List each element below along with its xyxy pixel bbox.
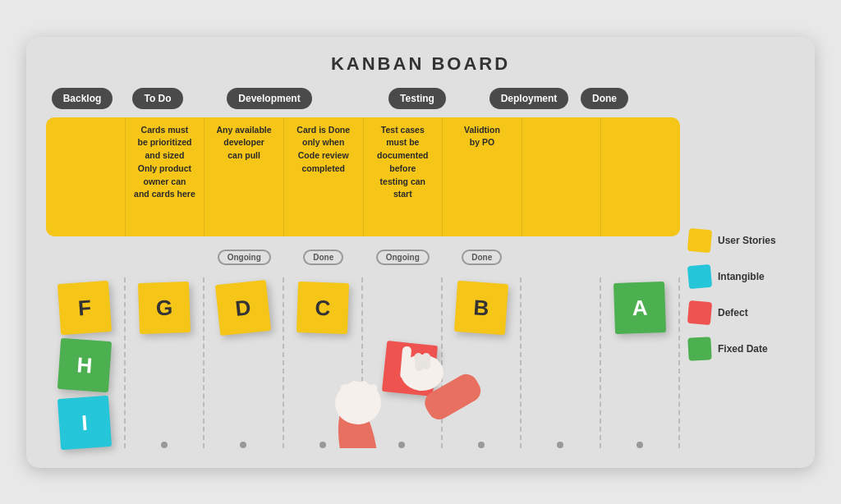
legend-dot-teal bbox=[687, 264, 712, 289]
policy-done bbox=[601, 117, 680, 236]
legend-dot-green bbox=[687, 337, 711, 360]
card-H: H bbox=[57, 337, 112, 392]
policy-test2: Validtionby PO bbox=[443, 117, 522, 236]
card-I: I bbox=[57, 395, 112, 449]
header-backlog: Backlog bbox=[52, 88, 113, 109]
cards-deployment bbox=[522, 277, 601, 448]
legend: User Stories Intangible Defect Fixed Dat… bbox=[680, 117, 795, 448]
policy-test1: Test casesmust bedocumentedbeforetesting… bbox=[364, 117, 443, 236]
cards-todo: G bbox=[126, 277, 205, 448]
card-E: E bbox=[382, 340, 438, 396]
legend-fixed-date: Fixed Date bbox=[688, 337, 795, 360]
card-F: F bbox=[57, 280, 112, 334]
header-done: Done bbox=[581, 88, 628, 109]
header-deployment: Deployment bbox=[489, 88, 569, 109]
cards-test2: B bbox=[443, 277, 522, 448]
card-C: C bbox=[296, 281, 349, 333]
sublabels-row: Ongoing Done Ongoing Done bbox=[46, 246, 680, 269]
policy-dev2: Card is Doneonly whenCode reviewcomplete… bbox=[284, 117, 364, 236]
cards-zone: F H I G D C bbox=[46, 277, 680, 448]
legend-defect: Defect bbox=[688, 301, 795, 324]
legend-dot-red bbox=[687, 300, 712, 325]
sublabel-dev2: Done bbox=[303, 250, 343, 265]
legend-dot-yellow bbox=[687, 228, 712, 253]
policy-banner: Cards mustbe prioritizedand sized Only p… bbox=[46, 117, 680, 236]
header-testing: Testing bbox=[388, 88, 446, 109]
policy-dev1: Any availabledevelopercan pull bbox=[205, 117, 284, 236]
policy-todo: Cards mustbe prioritizedand sized Only p… bbox=[126, 117, 205, 236]
legend-intangible: Intangible bbox=[688, 265, 795, 288]
cards-dev1: D bbox=[205, 277, 284, 448]
cards-done: A bbox=[601, 277, 681, 448]
header-todo: To Do bbox=[132, 88, 182, 109]
card-G: G bbox=[138, 281, 191, 333]
header-development: Development bbox=[227, 88, 311, 109]
policy-deployment bbox=[522, 117, 602, 236]
sublabel-test1: Ongoing bbox=[376, 250, 430, 265]
kanban-board: KANBAN BOARD Backlog To Do Development T… bbox=[26, 37, 815, 468]
legend-user-stories: User Stories bbox=[688, 229, 795, 252]
card-B: B bbox=[454, 280, 508, 334]
card-A: A bbox=[614, 281, 666, 333]
policy-backlog bbox=[46, 117, 126, 236]
sublabel-test2: Done bbox=[462, 250, 502, 265]
board-title: KANBAN BOARD bbox=[46, 53, 795, 75]
column-headers: Backlog To Do Development Testing Deploy… bbox=[46, 88, 795, 109]
sublabel-dev1: Ongoing bbox=[218, 250, 271, 265]
cards-backlog: F H I bbox=[46, 277, 126, 448]
cards-test1: E bbox=[363, 277, 443, 448]
card-D: D bbox=[215, 279, 271, 335]
cards-dev2: C bbox=[284, 277, 364, 448]
